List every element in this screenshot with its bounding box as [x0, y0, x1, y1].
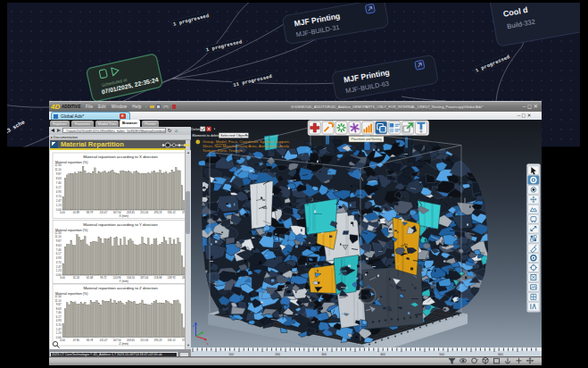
svg-text:Texture, Zone, Triangle: Texture, Zone, Triangle [203, 148, 243, 153]
svg-text:Delete: Delete [191, 126, 201, 130]
svg-text:335.12: 335.12 [168, 338, 176, 341]
svg-text:0.00: 0.00 [60, 211, 65, 214]
svg-text:12.34: 12.34 [54, 230, 62, 234]
svg-text:Placement and Nesting: Placement and Nesting [351, 138, 381, 141]
svg-text:293.23: 293.23 [154, 211, 162, 214]
svg-text:335.12: 335.12 [168, 211, 176, 214]
svg-text:3.70: 3.70 [56, 260, 62, 263]
svg-text:251.34: 251.34 [140, 338, 148, 341]
svg-text:9.87: 9.87 [56, 172, 62, 176]
svg-text:83.78: 83.78 [87, 338, 94, 341]
svg-text:Material repartition according: Material repartition according to X dire… [83, 155, 158, 159]
svg-text:12.34: 12.34 [54, 163, 62, 167]
svg-text:9.87: 9.87 [56, 239, 62, 243]
svg-text:11.10: 11.10 [54, 235, 61, 238]
svg-text:Y (mm): Y (mm) [120, 280, 128, 283]
svg-text:!: ! [197, 140, 198, 144]
svg-text:2.47: 2.47 [56, 199, 62, 203]
svg-text:83.79: 83.79 [87, 211, 94, 214]
svg-text:1.23: 1.23 [56, 269, 62, 272]
svg-text:X (mm): X (mm) [120, 214, 128, 218]
svg-text:3.70: 3.70 [56, 195, 62, 198]
svg-text:11.10: 11.10 [54, 298, 61, 302]
svg-text:7.40: 7.40 [56, 247, 62, 251]
svg-text:Elements to delete: Elements to delete [192, 133, 219, 137]
svg-text:0.00: 0.00 [60, 338, 65, 341]
svg-text:6.17: 6.17 [56, 314, 62, 318]
svg-text:4.93: 4.93 [56, 319, 62, 322]
svg-text:6.17: 6.17 [56, 186, 62, 189]
svg-text:4.93: 4.93 [56, 190, 62, 194]
svg-text:9.87: 9.87 [56, 303, 62, 306]
svg-text:3.70: 3.70 [56, 322, 62, 326]
svg-text:187.44: 187.44 [140, 276, 148, 280]
svg-text:6.17: 6.17 [56, 252, 62, 255]
svg-text:8.63: 8.63 [56, 177, 62, 180]
svg-text:7.40: 7.40 [56, 311, 62, 314]
svg-text:0.00: 0.00 [60, 276, 65, 280]
svg-text:31.24: 31.24 [73, 276, 80, 280]
svg-text:z: z [193, 323, 195, 327]
svg-text:47.80: 47.80 [73, 338, 80, 341]
svg-text:62.48: 62.48 [87, 276, 94, 280]
svg-text:1.23: 1.23 [56, 331, 62, 335]
svg-text:Z (mm): Z (mm) [120, 341, 128, 345]
svg-text:218.68: 218.68 [154, 276, 162, 280]
svg-text:7.40: 7.40 [56, 181, 62, 185]
svg-text:8.63: 8.63 [56, 243, 62, 247]
svg-text:Material repartition according: Material repartition according to Y dire… [83, 222, 158, 226]
svg-text:x: x [207, 341, 209, 345]
svg-text:125.67: 125.67 [99, 211, 107, 214]
svg-text:249.92: 249.92 [168, 276, 176, 280]
svg-text:Material repartition according: Material repartition according to Z dire… [83, 286, 158, 290]
svg-text:11.10: 11.10 [54, 168, 61, 171]
svg-text:125.47: 125.47 [99, 338, 107, 341]
svg-text:8.63: 8.63 [56, 306, 62, 310]
svg-text:12.34: 12.34 [54, 295, 62, 298]
svg-text:2.47: 2.47 [56, 264, 62, 268]
svg-text:293.23: 293.23 [154, 338, 162, 341]
svg-text:4.93: 4.93 [56, 256, 62, 260]
svg-text:Selected Objects: Selected Objects [220, 133, 249, 138]
svg-text:2.47: 2.47 [56, 327, 62, 330]
svg-text:41.89: 41.89 [73, 211, 80, 214]
svg-text:251.34: 251.34 [140, 211, 148, 214]
svg-text:1.23: 1.23 [56, 204, 62, 207]
svg-text:93.72: 93.72 [100, 276, 107, 280]
